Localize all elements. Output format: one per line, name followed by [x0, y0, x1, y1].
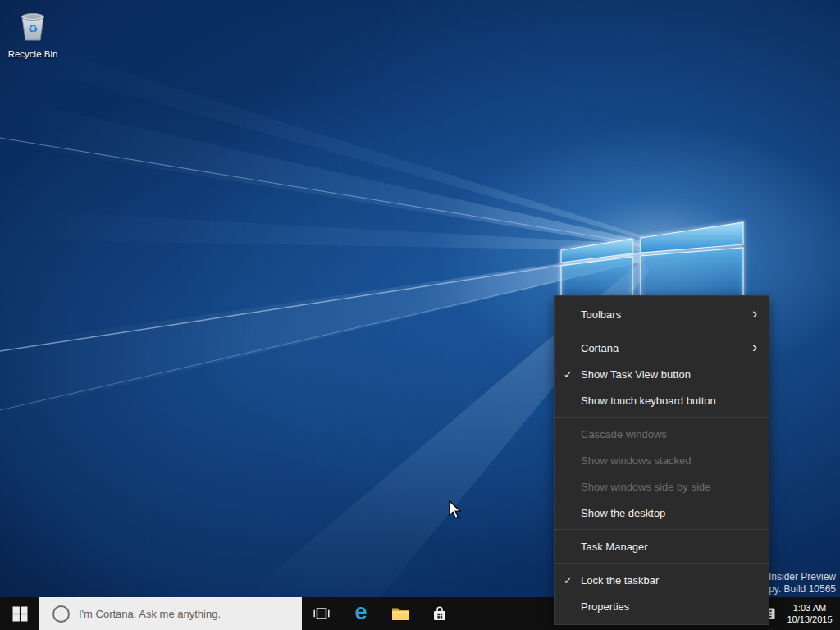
menu-item-label: Show windows stacked: [581, 454, 691, 467]
cortana-search-box[interactable]: [39, 597, 302, 630]
store-icon: [430, 604, 450, 623]
menu-item-show-windows-stacked: Show windows stacked: [555, 447, 769, 473]
menu-item-cortana[interactable]: Cortana ›: [555, 335, 769, 361]
menu-item-label: Lock the taskbar: [581, 574, 659, 587]
file-explorer-button[interactable]: [381, 597, 420, 630]
menu-item-label: Show windows side by side: [581, 481, 710, 493]
checkmark-icon: ✓: [564, 574, 573, 587]
menu-item-label: Toolbars: [581, 308, 621, 321]
menu-item-show-the-desktop[interactable]: Show the desktop: [555, 500, 769, 526]
store-button[interactable]: [420, 597, 459, 630]
windows-logo-icon: [12, 606, 28, 622]
system-tray: 1:03 AM 10/13/2015: [758, 597, 840, 630]
tray-clock[interactable]: 1:03 AM 10/13/2015: [783, 602, 837, 625]
screen: ♻ Recycle Bin Insider Preview py. Build …: [0, 0, 840, 630]
menu-item-show-windows-side-by-side: Show windows side by side: [555, 473, 769, 500]
menu-item-lock-the-taskbar[interactable]: ✓ Lock the taskbar: [555, 567, 769, 593]
menu-item-label: Show touch keyboard button: [581, 395, 716, 407]
menu-item-label: Show Task View button: [581, 368, 691, 381]
recycle-bin-shortcut[interactable]: ♻ Recycle Bin: [2, 5, 64, 59]
insider-preview-watermark: Insider Preview py. Build 10565: [769, 571, 836, 596]
tray-clock-time: 1:03 AM: [783, 602, 837, 614]
taskbar-context-menu: Toolbars › Cortana › ✓ Show Task View bu…: [554, 295, 769, 625]
recycle-bin-icon: ♻: [15, 5, 51, 44]
file-explorer-icon: [390, 604, 410, 623]
menu-item-label: Cascade windows: [581, 428, 667, 441]
search-input[interactable]: [77, 607, 294, 621]
recycle-bin-label: Recycle Bin: [2, 49, 64, 59]
menu-item-label: Task Manager: [581, 541, 648, 553]
menu-separator: [555, 529, 769, 530]
edge-icon: e: [354, 601, 367, 623]
menu-item-cascade-windows: Cascade windows: [555, 421, 769, 447]
menu-item-toolbars[interactable]: Toolbars ›: [555, 301, 769, 327]
menu-item-task-manager[interactable]: Task Manager: [555, 533, 769, 559]
menu-item-show-task-view-button[interactable]: ✓ Show Task View button: [555, 361, 769, 387]
watermark-line-2: py. Build 10565: [769, 583, 836, 596]
menu-item-label: Properties: [581, 600, 629, 613]
menu-item-properties[interactable]: Properties: [555, 593, 769, 619]
menu-separator: [555, 563, 769, 564]
cortana-ring-icon: [52, 605, 70, 623]
edge-browser-button[interactable]: e: [341, 597, 381, 630]
task-view-icon: [312, 604, 331, 623]
menu-separator: [555, 331, 769, 331]
menu-item-label: Show the desktop: [581, 507, 665, 519]
start-button[interactable]: [0, 597, 39, 630]
checkmark-icon: ✓: [564, 368, 573, 381]
task-view-button[interactable]: [302, 597, 341, 630]
menu-item-label: Cortana: [581, 342, 619, 354]
menu-separator: [555, 417, 769, 418]
tray-clock-date: 10/13/2015: [783, 614, 837, 625]
watermark-line-1: Insider Preview: [769, 571, 836, 583]
submenu-arrow-icon: ›: [752, 340, 757, 354]
submenu-arrow-icon: ›: [752, 306, 757, 321]
svg-text:♻: ♻: [28, 22, 39, 35]
menu-item-show-touch-keyboard-button[interactable]: Show touch keyboard button: [555, 387, 769, 413]
